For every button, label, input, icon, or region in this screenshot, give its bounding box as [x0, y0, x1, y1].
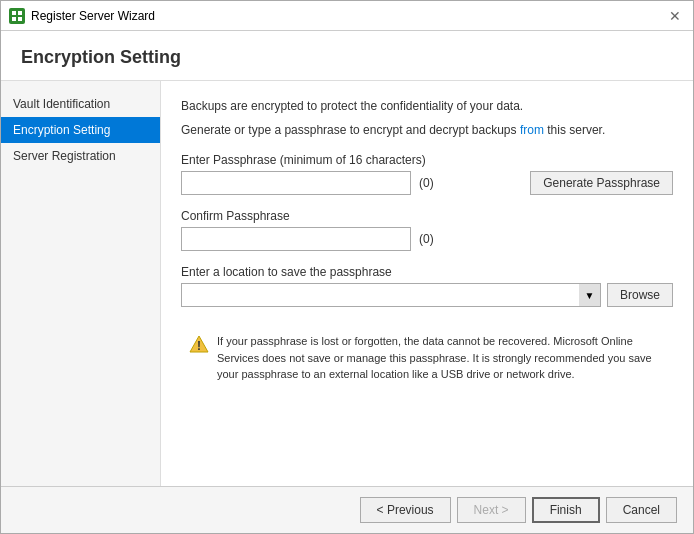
register-server-wizard: Register Server Wizard ✕ Encryption Sett…	[0, 0, 694, 534]
svg-rect-0	[12, 11, 16, 15]
passphrase-label: Enter Passphrase (minimum of 16 characte…	[181, 153, 673, 167]
location-row: ▼ Browse	[181, 283, 673, 307]
dialog-header: Encryption Setting	[1, 31, 693, 81]
title-bar: Register Server Wizard ✕	[1, 1, 693, 31]
confirm-passphrase-count: (0)	[419, 232, 434, 246]
passphrase-count: (0)	[419, 176, 434, 190]
confirm-passphrase-row: (0)	[181, 227, 673, 251]
sidebar-item-encryption-setting[interactable]: Encryption Setting	[1, 117, 160, 143]
main-content: Backups are encrypted to protect the con…	[161, 81, 693, 486]
svg-rect-2	[12, 17, 16, 21]
close-button[interactable]: ✕	[665, 6, 685, 26]
confirm-passphrase-section: Confirm Passphrase (0)	[181, 209, 673, 251]
cancel-button[interactable]: Cancel	[606, 497, 677, 523]
sidebar-item-server-registration[interactable]: Server Registration	[1, 143, 160, 169]
generate-passphrase-button[interactable]: Generate Passphrase	[530, 171, 673, 195]
svg-rect-3	[18, 17, 22, 21]
page-title: Encryption Setting	[21, 47, 673, 68]
sidebar-item-vault-identification[interactable]: Vault Identification	[1, 91, 160, 117]
info-line1: Backups are encrypted to protect the con…	[181, 97, 673, 115]
browse-button[interactable]: Browse	[607, 283, 673, 307]
next-button[interactable]: Next >	[457, 497, 526, 523]
location-select-wrapper: ▼	[181, 283, 601, 307]
warning-text: If your passphrase is lost or forgotten,…	[217, 333, 665, 383]
finish-button[interactable]: Finish	[532, 497, 600, 523]
passphrase-row: (0) Generate Passphrase	[181, 171, 673, 195]
location-label: Enter a location to save the passphrase	[181, 265, 673, 279]
previous-button[interactable]: < Previous	[360, 497, 451, 523]
svg-rect-1	[18, 11, 22, 15]
svg-text:!: !	[197, 339, 201, 353]
title-bar-text: Register Server Wizard	[31, 9, 155, 23]
info-line2: Generate or type a passphrase to encrypt…	[181, 121, 673, 139]
title-bar-left: Register Server Wizard	[9, 8, 155, 24]
warning-box: ! If your passphrase is lost or forgotte…	[181, 325, 673, 391]
warning-icon: !	[189, 334, 209, 354]
confirm-passphrase-label: Confirm Passphrase	[181, 209, 673, 223]
location-section: Enter a location to save the passphrase …	[181, 265, 673, 307]
app-icon	[9, 8, 25, 24]
confirm-passphrase-input[interactable]	[181, 227, 411, 251]
passphrase-section: Enter Passphrase (minimum of 16 characte…	[181, 153, 673, 195]
sidebar: Vault Identification Encryption Setting …	[1, 81, 161, 486]
location-select[interactable]	[181, 283, 601, 307]
passphrase-input[interactable]	[181, 171, 411, 195]
dialog-footer: < Previous Next > Finish Cancel	[1, 486, 693, 533]
dialog-body: Vault Identification Encryption Setting …	[1, 81, 693, 486]
